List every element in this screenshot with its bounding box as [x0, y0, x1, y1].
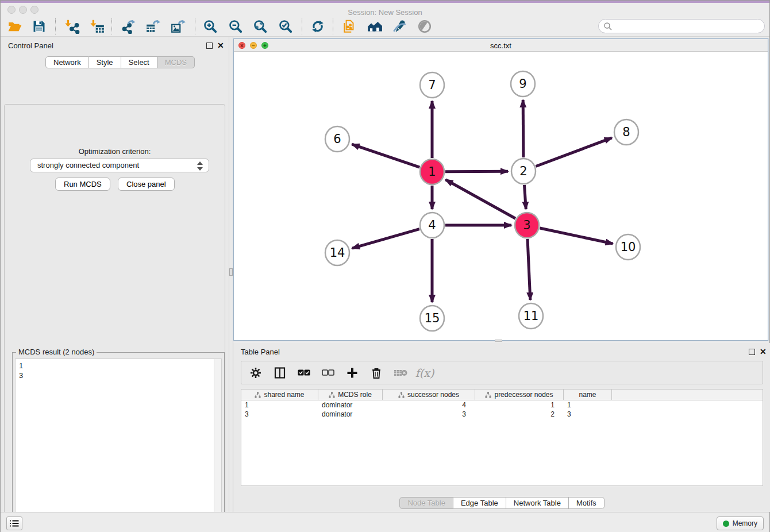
close-panel-icon[interactable]: ✕: [217, 41, 224, 50]
vertical-splitter-grip[interactable]: [229, 268, 233, 276]
delete-column-button[interactable]: [369, 365, 384, 380]
table-cell[interactable]: 1: [241, 400, 318, 410]
export-table-icon: [145, 19, 160, 34]
graph-edge-1-2[interactable]: [445, 171, 508, 172]
table-cell[interactable]: 4: [383, 400, 475, 410]
network-canvas[interactable]: 7968124314101511: [234, 52, 768, 340]
close-panel-button[interactable]: Close panel: [118, 178, 175, 191]
result-scrollbar[interactable]: [214, 359, 221, 532]
export-image-button[interactable]: [168, 17, 188, 36]
table-cell[interactable]: dominator: [318, 400, 383, 410]
network-overview-button[interactable]: [365, 17, 384, 36]
tab-motifs[interactable]: Motifs: [569, 497, 605, 509]
graph-node-10[interactable]: 10: [616, 234, 640, 260]
table-panel-header: Table Panel ✕: [233, 346, 770, 358]
column-header-predecessor-nodes[interactable]: predecessor nodes: [475, 390, 564, 400]
tab-style[interactable]: Style: [89, 56, 121, 68]
open-folder-icon: [7, 19, 22, 34]
float-panel-icon[interactable]: [206, 43, 213, 49]
table-toolbar: f(x): [241, 361, 763, 384]
toggle-visibility-button[interactable]: [415, 17, 434, 36]
node-label: 11: [523, 309, 539, 323]
show-task-history-button[interactable]: [6, 516, 22, 530]
node-label: 2: [519, 164, 527, 178]
graph-edge-1-6[interactable]: [352, 144, 420, 167]
table-cell[interactable]: dominator: [318, 410, 383, 419]
add-column-button[interactable]: [345, 365, 360, 380]
tab-network[interactable]: Network: [45, 56, 89, 68]
graph-node-4[interactable]: 4: [420, 213, 444, 238]
table-cell[interactable]: 3: [241, 410, 318, 419]
function-builder-button[interactable]: f(x): [417, 365, 432, 380]
tab-select[interactable]: Select: [121, 56, 157, 68]
graph-node-11[interactable]: 11: [519, 303, 543, 329]
zoom-selected-button[interactable]: [276, 17, 295, 36]
graph-edge-2-3[interactable]: [524, 185, 526, 209]
float-table-panel-icon[interactable]: [749, 349, 755, 355]
graph-node-2[interactable]: 2: [511, 159, 536, 184]
table-cell[interactable]: 3: [383, 410, 475, 419]
column-header-successor-nodes[interactable]: successor nodes: [383, 390, 475, 400]
memory-status-icon: [723, 521, 729, 527]
table-cell[interactable]: 2: [475, 410, 564, 419]
import-table-button[interactable]: [88, 17, 107, 36]
graph-edge-3-1[interactable]: [446, 180, 515, 218]
graph-node-1[interactable]: 1: [420, 159, 444, 184]
graph-edge-3-10[interactable]: [540, 228, 613, 244]
graph-edge-3-11[interactable]: [528, 239, 530, 300]
refresh-network-button[interactable]: [308, 17, 328, 36]
zoom-out-button[interactable]: [226, 17, 245, 36]
network-view-frame: × − + scc.txt 7968124314101511: [233, 38, 768, 341]
column-header-shared-name[interactable]: shared name: [241, 390, 318, 400]
graph-node-14[interactable]: 14: [325, 240, 349, 265]
horizontal-splitter-grip[interactable]: [495, 340, 502, 342]
table-settings-button[interactable]: [248, 365, 263, 380]
node-table-body: 1dominator4113dominator323: [241, 400, 763, 419]
tab-edge-table[interactable]: Edge Table: [453, 497, 506, 509]
delete-table-button[interactable]: [393, 365, 408, 380]
memory-button[interactable]: Memory: [717, 516, 764, 530]
zoom-in-button[interactable]: [201, 17, 220, 36]
graph-node-9[interactable]: 9: [511, 71, 535, 97]
search-input[interactable]: [598, 19, 765, 33]
criterion-select[interactable]: strongly connected component: [30, 159, 209, 172]
unselect-all-columns-button[interactable]: [321, 365, 336, 380]
open-session-button[interactable]: [5, 17, 25, 36]
graph-edge-2-8[interactable]: [536, 138, 612, 167]
zoom-fit-icon: [253, 19, 268, 34]
tab-mcds[interactable]: MCDS: [157, 56, 195, 68]
graph-node-15[interactable]: 15: [420, 306, 444, 331]
table-row[interactable]: 1dominator411: [241, 400, 763, 410]
show-column-button[interactable]: [272, 365, 287, 380]
run-mcds-button[interactable]: Run MCDS: [55, 178, 110, 191]
close-table-panel-icon[interactable]: ✕: [760, 347, 767, 356]
graph-node-3[interactable]: 3: [515, 213, 539, 238]
tab-node-table[interactable]: Node Table: [399, 497, 453, 509]
graph-node-7[interactable]: 7: [420, 72, 444, 98]
table-cell[interactable]: 3: [564, 410, 612, 419]
network-frame-titlebar[interactable]: × − + scc.txt: [234, 39, 768, 52]
zoom-fit-button[interactable]: [251, 17, 270, 36]
export-network-button[interactable]: [118, 17, 138, 36]
save-session-button[interactable]: [29, 17, 49, 36]
table-row[interactable]: 3dominator323: [241, 410, 763, 419]
export-table-button[interactable]: [143, 17, 163, 36]
zoom-out-icon: [228, 19, 243, 34]
node-label: 14: [330, 246, 345, 260]
column-header-name[interactable]: name: [564, 390, 612, 400]
import-network-button[interactable]: [63, 17, 82, 36]
table-cell[interactable]: 1: [475, 400, 564, 410]
graph-node-6[interactable]: 6: [325, 126, 349, 152]
status-bar: Memory: [1, 512, 769, 532]
tab-network-table[interactable]: Network Table: [506, 497, 569, 509]
table-cell[interactable]: 1: [564, 400, 612, 410]
graph-node-8[interactable]: 8: [614, 119, 638, 145]
toggle-style-button[interactable]: [390, 17, 409, 36]
clone-network-button[interactable]: [340, 17, 359, 36]
columns-icon: [274, 367, 286, 379]
graph-edge-4-14[interactable]: [352, 229, 419, 248]
column-header-MCDS-role[interactable]: MCDS role: [318, 390, 383, 400]
graph-edge-2-9[interactable]: [523, 100, 523, 157]
mcds-result-textarea[interactable]: 1 3: [15, 358, 222, 532]
select-all-columns-button[interactable]: [297, 365, 311, 380]
